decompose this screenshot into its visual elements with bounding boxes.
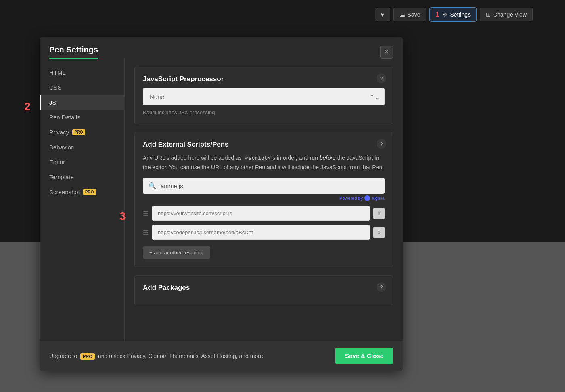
packages-title: Add Packages	[143, 284, 385, 292]
nav-item-html[interactable]: HTML	[40, 65, 124, 80]
upgrade-text: Upgrade to PRO and unlock Privacy, Custo…	[49, 353, 329, 359]
url-row-2: ☰ ×	[143, 225, 385, 240]
external-scripts-desc: Any URL's added here will be added as <s…	[143, 153, 385, 172]
settings-button[interactable]: 1 ⚙ Settings	[429, 7, 477, 22]
nav-item-screenshot[interactable]: Screenshot PRO	[40, 184, 124, 199]
preprocessor-help-icon[interactable]: ?	[377, 73, 386, 83]
algolia-text: algolia	[372, 196, 385, 201]
drag-handle-icon-1[interactable]: ☰	[143, 210, 149, 217]
gear-icon: ⚙	[442, 11, 448, 18]
script-tag-code: <script>	[243, 154, 273, 162]
modal-body: HTML CSS JS Pen Details Privacy PRO Beha…	[40, 59, 403, 341]
view-icon: ⊞	[486, 11, 491, 18]
url-clear-button-2[interactable]: ×	[373, 227, 385, 238]
annotation-3: 3	[119, 210, 126, 223]
external-scripts-title: Add External Scripts/Pens	[143, 140, 385, 149]
url-input-2[interactable]	[152, 225, 370, 240]
close-button[interactable]: ×	[380, 46, 393, 59]
algolia-icon	[364, 195, 370, 201]
close-icon: ×	[385, 48, 388, 56]
nav-item-pen-details[interactable]: Pen Details	[40, 110, 124, 125]
privacy-pro-badge: PRO	[72, 129, 85, 135]
modal-title: Pen Settings	[49, 45, 98, 59]
right-content: JavaScript Preprocessor ? None Babel Typ…	[124, 59, 403, 341]
preprocessor-section: JavaScript Preprocessor ? None Babel Typ…	[134, 67, 393, 124]
script-search-input[interactable]	[161, 182, 379, 189]
save-button[interactable]: ☁ Save	[393, 8, 427, 21]
nav-item-behavior[interactable]: Behavior	[40, 140, 124, 155]
nav-item-js[interactable]: JS	[40, 95, 124, 110]
annotation-2: 2	[24, 100, 31, 113]
preprocessor-hint: Babel includes JSX processing.	[143, 109, 385, 115]
preprocessor-select[interactable]: None Babel TypeScript CoffeeScript	[143, 88, 385, 105]
clear-icon-2: ×	[377, 229, 381, 236]
settings-badge: 1	[435, 11, 439, 18]
drag-handle-icon-2[interactable]: ☰	[143, 228, 149, 236]
algolia-badge: Powered by algolia	[143, 195, 385, 201]
preprocessor-title: JavaScript Preprocessor	[143, 75, 385, 83]
search-icon: 🔍	[149, 182, 157, 190]
clear-icon-1: ×	[377, 210, 381, 217]
external-scripts-help-icon[interactable]: ?	[377, 139, 386, 149]
screenshot-pro-badge: PRO	[83, 189, 96, 195]
packages-section: Add Packages ?	[134, 275, 393, 305]
save-close-button[interactable]: Save & Close	[335, 348, 393, 364]
footer-pro-badge: PRO	[80, 353, 95, 360]
favorite-button[interactable]: ♥	[375, 8, 390, 21]
pen-settings-modal: Pen Settings × HTML CSS JS Pen Details P…	[40, 37, 403, 371]
settings-nav: HTML CSS JS Pen Details Privacy PRO Beha…	[40, 59, 124, 341]
nav-item-template[interactable]: Template	[40, 170, 124, 184]
modal-header: Pen Settings ×	[40, 37, 403, 59]
change-view-button[interactable]: ⊞ Change View	[480, 8, 533, 21]
nav-item-css[interactable]: CSS	[40, 80, 124, 95]
heart-icon: ♥	[381, 11, 384, 18]
nav-item-privacy[interactable]: Privacy PRO	[40, 125, 124, 140]
url-row-1: ☰ ×	[143, 206, 385, 221]
nav-item-editor[interactable]: Editor	[40, 155, 124, 170]
add-resource-button[interactable]: + add another resource	[143, 246, 210, 259]
url-input-1[interactable]	[152, 206, 370, 221]
top-toolbar: ♥ ☁ Save 1 ⚙ Settings ⊞ Change View	[0, 0, 565, 29]
external-scripts-section: Add External Scripts/Pens ? Any URL's ad…	[134, 132, 393, 267]
url-clear-button-1[interactable]: ×	[373, 208, 385, 219]
powered-by-text: Powered by	[339, 196, 363, 201]
preprocessor-select-wrapper: None Babel TypeScript CoffeeScript ⌃⌄	[143, 88, 385, 105]
script-search-bar: 🔍	[143, 178, 385, 194]
packages-help-icon[interactable]: ?	[377, 282, 386, 292]
cloud-icon: ☁	[400, 11, 405, 18]
modal-footer: Upgrade to PRO and unlock Privacy, Custo…	[40, 341, 403, 371]
